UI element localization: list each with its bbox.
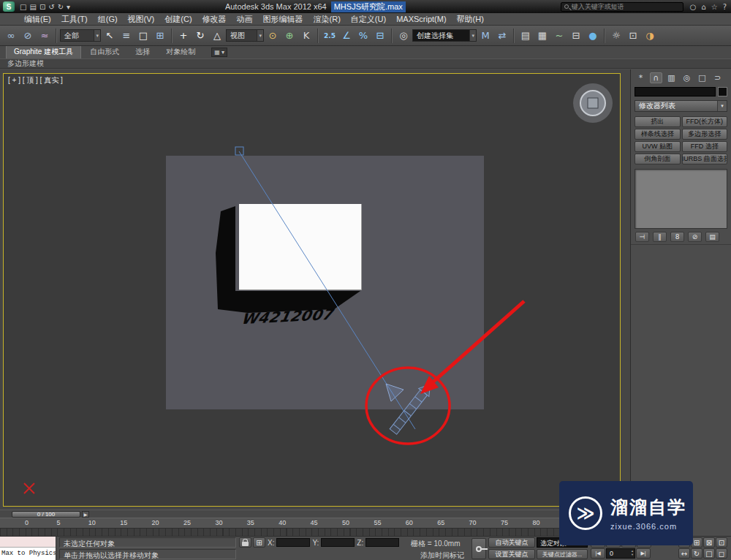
select-by-name-icon[interactable]: ≡ xyxy=(118,28,135,44)
render-setup-icon[interactable]: ☼ xyxy=(608,28,624,44)
menu-item-12[interactable]: 帮助(H) xyxy=(452,14,489,25)
bind-to-space-warp-icon[interactable]: ≈ xyxy=(37,28,53,44)
select-and-rotate-icon[interactable]: ↻ xyxy=(192,28,208,44)
select-and-link-icon[interactable]: ∞ xyxy=(3,28,19,44)
selection-filter-dropdown[interactable]: 全部▾ xyxy=(60,29,101,42)
modifier-stack[interactable] xyxy=(635,169,727,229)
workspace-dropdown-icon[interactable]: ▾ xyxy=(67,3,70,11)
ribbon-tab-3[interactable]: 选择 xyxy=(128,45,157,58)
listener-script-line[interactable]: Max to Physics ( xyxy=(0,548,56,560)
modifier-button[interactable]: 挤出 xyxy=(635,116,681,127)
modifier-button[interactable]: UVW 贴图 xyxy=(635,141,681,152)
ribbon-tab-2[interactable]: 自由形式 xyxy=(83,45,126,58)
frame-spinner[interactable]: ▲▼ xyxy=(631,549,634,556)
layer-manager-icon[interactable]: ▤ xyxy=(518,28,534,44)
pin-stack-icon[interactable]: ⊣ xyxy=(635,232,649,242)
modifier-button[interactable]: 样条线选择 xyxy=(635,129,681,140)
modifier-button[interactable]: 倒角剖面 xyxy=(635,154,681,164)
menu-item-8[interactable]: 图形编辑器 xyxy=(258,14,308,25)
material-editor-icon[interactable]: ● xyxy=(585,28,601,44)
ribbon-display-toggle[interactable]: ▦ ▾ xyxy=(211,48,227,57)
selection-lock-toggle[interactable] xyxy=(239,537,251,548)
zoom-extents-icon[interactable]: ⊠ xyxy=(703,537,715,548)
timeline-ruler[interactable]: 05101520253035404550556065707580859095 xyxy=(0,518,630,536)
auto-key-toggle[interactable]: 自动关键点 xyxy=(488,537,535,548)
menu-item-2[interactable]: 工具(T) xyxy=(56,14,93,25)
menu-item-11[interactable]: MAXScript(M) xyxy=(391,15,451,23)
z-coordinate-field[interactable] xyxy=(366,538,399,547)
graphite-toggle-icon[interactable]: ▦ xyxy=(534,28,550,44)
help-icon[interactable]: ? xyxy=(723,3,727,11)
schematic-view-icon[interactable]: ⊟ xyxy=(568,28,584,44)
new-file-icon[interactable]: □ xyxy=(20,3,26,11)
hierarchy-tab-icon[interactable]: ▥ xyxy=(665,72,678,83)
viewcube-face[interactable] xyxy=(588,98,598,108)
star-icon[interactable]: ☆ xyxy=(711,3,718,11)
menu-item-7[interactable]: 动画 xyxy=(232,14,258,25)
modifier-list-dropdown[interactable]: 修改器列表 ▾ xyxy=(635,100,727,112)
top-viewport[interactable]: [ + ] [ 顶 ] [ 真实 ] W4212007 xyxy=(3,73,621,507)
object-color-swatch[interactable] xyxy=(718,87,727,97)
curve-editor-icon[interactable]: ~ xyxy=(551,28,567,44)
set-keys-button[interactable] xyxy=(471,538,486,559)
select-and-move-icon[interactable]: + xyxy=(175,28,192,44)
next-key-icon[interactable]: ▶| xyxy=(636,548,651,559)
redo-icon[interactable]: ↻ xyxy=(58,3,64,11)
set-key-toggle[interactable]: 设置关键点 xyxy=(488,549,535,559)
use-pivot-point-icon[interactable]: ⊙ xyxy=(265,28,281,44)
menu-item-9[interactable]: 渲染(R) xyxy=(308,14,346,25)
modify-tab-icon[interactable]: ∩ xyxy=(650,72,662,83)
menu-item-10[interactable]: 自定义(U) xyxy=(346,14,391,25)
select-and-manipulate-icon[interactable]: ⊕ xyxy=(281,28,298,44)
time-slider[interactable]: 0 / 100 xyxy=(12,511,80,518)
menu-item-4[interactable]: 视图(V) xyxy=(123,14,160,25)
timeline-track[interactable] xyxy=(0,528,630,536)
undo-icon[interactable]: ↺ xyxy=(48,3,54,11)
maximize-viewport-icon[interactable]: ◻ xyxy=(716,548,727,559)
modifier-button[interactable]: FFD 选择 xyxy=(682,141,728,152)
select-object-icon[interactable]: ↖ xyxy=(102,28,118,44)
motion-tab-icon[interactable]: ◎ xyxy=(681,72,693,83)
reference-coordinate-dropdown[interactable]: 视图▾ xyxy=(226,29,264,42)
utilities-tab-icon[interactable]: ⊃ xyxy=(711,72,724,83)
edit-named-selection-sets-icon[interactable]: ◎ xyxy=(395,28,412,44)
make-unique-icon[interactable]: 8 xyxy=(670,232,684,242)
3ds-max-logo-icon[interactable]: S xyxy=(3,1,15,12)
pan-icon[interactable]: ↔ xyxy=(678,548,690,559)
orbit-icon[interactable]: ↻ xyxy=(691,548,702,559)
rectangular-selection-region-icon[interactable]: □ xyxy=(135,28,151,44)
rendered-frame-window-icon[interactable]: ⊡ xyxy=(625,28,641,44)
next-frame-button[interactable]: ▶ xyxy=(82,511,89,518)
align-icon[interactable]: ⇄ xyxy=(494,28,510,44)
open-file-icon[interactable]: ▤ xyxy=(29,3,36,11)
key-filters-button[interactable]: 关键点过滤器... xyxy=(537,549,588,559)
ribbon-panel-caption[interactable]: 多边形建模 xyxy=(0,58,731,69)
select-and-scale-icon[interactable]: △ xyxy=(209,28,225,44)
add-time-tag[interactable]: 添加时间标记 xyxy=(420,550,464,560)
remove-modifier-icon[interactable]: ⊘ xyxy=(688,232,702,242)
vertex-marker[interactable] xyxy=(235,147,243,155)
mirror-icon[interactable]: M xyxy=(477,28,493,44)
modifier-button[interactable]: FFD(长方体) xyxy=(682,116,728,127)
viewport-label[interactable]: [ + ] [ 顶 ] [ 真实 ] xyxy=(8,75,63,86)
search-icon[interactable]: ○ xyxy=(690,3,697,11)
previous-key-icon[interactable]: |◀ xyxy=(591,548,605,559)
current-frame-field[interactable]: 0 ▲▼ xyxy=(606,548,635,559)
listener-macro-line[interactable] xyxy=(0,537,56,548)
y-coordinate-field[interactable] xyxy=(321,538,355,547)
home-icon[interactable]: ⌂ xyxy=(701,3,705,11)
named-selection-sets-field[interactable]: 创建选择集▾ xyxy=(412,29,477,42)
menu-item-6[interactable]: 修改器 xyxy=(197,14,232,25)
modifier-button[interactable]: 多边形选择 xyxy=(682,129,728,140)
ribbon-tab-1[interactable]: Graphite 建模工具 xyxy=(6,45,81,58)
save-file-icon[interactable]: ⊡ xyxy=(39,3,45,11)
snaps-toggle-icon[interactable]: 2.5 xyxy=(322,28,338,44)
menu-item-3[interactable]: 组(G) xyxy=(93,14,123,25)
ribbon-tab-4[interactable]: 对象绘制 xyxy=(159,45,202,58)
menu-item-5[interactable]: 创建(C) xyxy=(159,14,197,25)
infocenter-search-input[interactable]: 键入关键字或短语 xyxy=(561,2,683,12)
absolute-offset-toggle[interactable]: ⊞ xyxy=(253,537,265,548)
x-coordinate-field[interactable] xyxy=(276,538,310,547)
modifier-button[interactable]: NURBS 曲面选择 xyxy=(682,154,728,164)
zoom-region-icon[interactable]: □ xyxy=(703,548,715,559)
